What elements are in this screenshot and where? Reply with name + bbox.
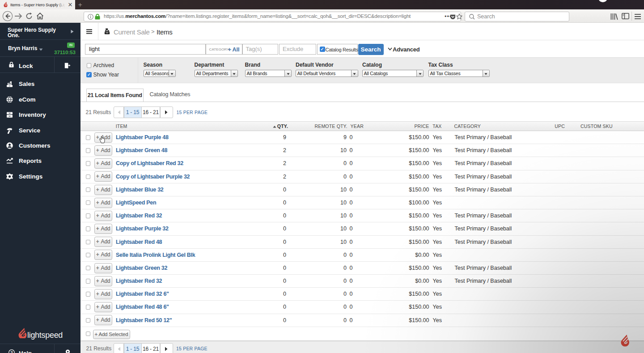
svg-text:?: ? [10,350,13,353]
